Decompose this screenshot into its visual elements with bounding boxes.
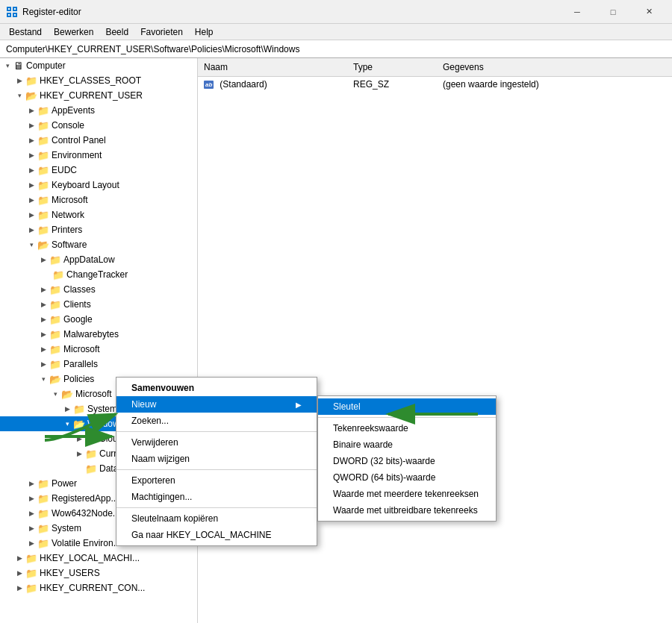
expand-control-panel[interactable]: ▶ (25, 134, 37, 146)
tree-item-keyboard-layout[interactable]: ▶ 📁 Keyboard Layout (0, 178, 197, 192)
tree-item-classes[interactable]: ▶ 📁 Classes (0, 282, 197, 297)
tree-item-changetracker[interactable]: ▶ 📁 ChangeTracker (0, 267, 197, 282)
folder-icon-cloudc: 📁 (85, 433, 97, 445)
expand-software[interactable]: ▾ (25, 239, 37, 251)
expand-volatile[interactable]: ▶ (25, 537, 37, 549)
tree-item-printers[interactable]: ▶ 📁 Printers (0, 222, 197, 237)
tree-item-eudc[interactable]: ▶ 📁 EUDC (0, 163, 197, 178)
expand-microsoft-sw[interactable]: ▶ (37, 343, 49, 355)
tree-item-console[interactable]: ▶ 📁 Console (0, 118, 197, 133)
expand-cloudc[interactable]: ▶ (73, 433, 85, 445)
tree-item-malwarebytes[interactable]: ▶ 📁 Malwarebytes (0, 327, 197, 342)
expand-console[interactable]: ▶ (25, 119, 37, 131)
expand-curre[interactable]: ▶ (73, 448, 85, 460)
sub-menu-dword[interactable]: DWORD (32 bits)-waarde (318, 453, 496, 469)
tree-label-eudc: EUDC (52, 165, 77, 175)
tree-label-appdatalow: AppDataLow (63, 254, 115, 265)
tree-item-appdatalow[interactable]: ▶ 📁 AppDataLow (0, 252, 197, 267)
tree-label-system: System (52, 523, 81, 533)
tree-item-microsoft-sw[interactable]: ▶ 📁 Microsoft (0, 342, 197, 357)
close-button[interactable]: ✕ (632, 1, 666, 22)
maximize-button[interactable]: □ (596, 1, 630, 22)
table-row[interactable]: ab (Standaard) REG_SZ (geen waarde inges… (198, 77, 672, 92)
tree-item-control-panel[interactable]: ▶ 📁 Control Panel (0, 133, 197, 148)
tree-item-environment[interactable]: ▶ 📁 Environment (0, 148, 197, 163)
expand-registeredapp[interactable]: ▶ (25, 492, 37, 504)
expand-hku[interactable]: ▶ (13, 567, 25, 579)
tree-item-hkey-classes-root[interactable]: ▶ 📁 HKEY_CLASSES_ROOT (0, 73, 197, 88)
expand-appevents[interactable]: ▶ (25, 104, 37, 116)
expand-eudc[interactable]: ▶ (25, 164, 37, 176)
expand-power[interactable]: ▶ (25, 478, 37, 489)
tree-item-google[interactable]: ▶ 📁 Google (0, 312, 197, 327)
context-menu-exporteren[interactable]: Exporteren (116, 472, 317, 489)
context-menu-machtigingen[interactable]: Machtigingen... (116, 489, 317, 505)
tree-item-hklm[interactable]: ▶ 📁 HKEY_LOCAL_MACHI... (0, 551, 197, 566)
context-label-machtigingen: Machtigingen... (131, 492, 192, 502)
expand-wow6432node[interactable]: ▶ (25, 507, 37, 519)
tree-item-hku[interactable]: ▶ 📁 HKEY_USERS (0, 566, 197, 580)
tree-item-hkcc[interactable]: ▶ 📁 HKEY_CURRENT_CON... (0, 580, 197, 595)
expand-malwarebytes[interactable]: ▶ (37, 328, 49, 340)
sub-menu-uitbreidbare[interactable]: Waarde met uitbreidbare tekenreeks (318, 502, 496, 519)
expand-environment[interactable]: ▶ (25, 149, 37, 161)
expand-hklm[interactable]: ▶ (13, 552, 25, 564)
expand-clients[interactable]: ▶ (37, 298, 49, 310)
sub-menu-binaire-waarde[interactable]: Binaire waarde (318, 436, 496, 453)
context-menu-naam-wijzigen[interactable]: Naam wijzigen (116, 451, 317, 467)
sub-menu-qword[interactable]: QWORD (64 bits)-waarde (318, 469, 496, 486)
tree-item-computer[interactable]: ▾ 🖥 Computer (0, 58, 197, 73)
folder-icon-hkcu: 📂 (25, 90, 37, 101)
minimize-button[interactable]: ─ (560, 1, 594, 22)
context-menu-samenvouwen[interactable]: Samenvouwen (116, 380, 317, 396)
context-menu-ga-naar[interactable]: Ga naar HKEY_LOCAL_MACHINE (116, 527, 317, 543)
expand-classes[interactable]: ▶ (37, 284, 49, 295)
address-bar: Computer\HKEY_CURRENT_USER\Software\Poli… (0, 40, 672, 58)
expand-policies[interactable]: ▾ (37, 373, 49, 385)
expand-keyboard-layout[interactable]: ▶ (25, 179, 37, 191)
expand-hkcu[interactable]: ▾ (13, 90, 25, 101)
sub-menu-sleutel[interactable]: Sleutel (318, 398, 496, 415)
tree-item-appevents[interactable]: ▶ 📁 AppEvents (0, 103, 197, 118)
menu-beeld[interactable]: Beeld (99, 24, 134, 40)
folder-icon-volatile: 📁 (37, 538, 49, 549)
menu-bestand[interactable]: Bestand (3, 24, 48, 40)
folder-icon-windows: 📂 (73, 419, 85, 430)
expand-hkcr[interactable]: ▶ (13, 75, 25, 87)
menu-bewerken[interactable]: Bewerken (48, 24, 99, 40)
expand-hkcc[interactable]: ▶ (13, 582, 25, 594)
tree-item-parallels[interactable]: ▶ 📁 Parallels (0, 357, 197, 372)
context-label-verwijderen: Verwijderen (131, 437, 178, 448)
expand-system[interactable]: ▶ (25, 522, 37, 534)
expand-network[interactable]: ▶ (25, 209, 37, 221)
context-menu-verwijderen[interactable]: Verwijderen (116, 434, 317, 451)
expand-printers[interactable]: ▶ (25, 224, 37, 236)
sub-menu-meerdere[interactable]: Waarde met meerdere tekenreeksen (318, 486, 496, 502)
menu-help[interactable]: Help (189, 24, 220, 40)
tree-item-hkcu[interactable]: ▾ 📂 HKEY_CURRENT_USER (0, 88, 197, 103)
tree-item-clients[interactable]: ▶ 📁 Clients (0, 297, 197, 312)
expand-microsoft[interactable]: ▶ (25, 194, 37, 206)
expand-google[interactable]: ▶ (37, 313, 49, 325)
expand-systemcert[interactable]: ▶ (61, 403, 73, 415)
menu-favorieten[interactable]: Favorieten (134, 24, 189, 40)
tree-item-microsoft[interactable]: ▶ 📁 Microsoft (0, 192, 197, 207)
expand-parallels[interactable]: ▶ (37, 358, 49, 370)
tree-item-network[interactable]: ▶ 📁 Network (0, 207, 197, 222)
context-menu-zoeken[interactable]: Zoeken... (116, 413, 317, 429)
sub-menu-tekenreekswaarde[interactable]: Tekenreekswaarde (318, 420, 496, 436)
folder-icon-hklm: 📁 (25, 553, 37, 564)
tree-item-software[interactable]: ▾ 📂 Software (0, 237, 197, 252)
svg-rect-4 (8, 8, 10, 10)
expand-windows[interactable]: ▾ (61, 418, 73, 430)
context-menu-sleutelnaam[interactable]: Sleutelnaam kopiëren (116, 510, 317, 527)
expand-computer[interactable]: ▾ (1, 60, 13, 72)
context-menu-nieuw[interactable]: Nieuw ▶ (116, 396, 317, 413)
expand-appdatalow[interactable]: ▶ (37, 254, 49, 266)
tree-label-network: Network (52, 210, 84, 220)
folder-icon-eudc: 📁 (37, 165, 49, 176)
expand-microsoft-pol[interactable]: ▾ (49, 388, 61, 400)
window-controls: ─ □ ✕ (560, 1, 666, 22)
tree-label-computer: Computer (26, 60, 66, 71)
menu-bar: Bestand Bewerken Beeld Favorieten Help (0, 24, 672, 40)
